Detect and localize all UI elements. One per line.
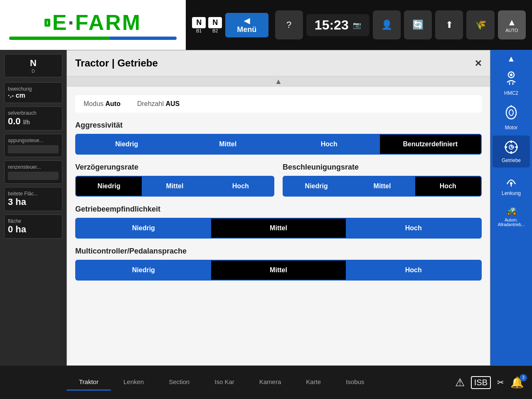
tab-kamera[interactable]: Kamera <box>247 374 294 391</box>
camera-icon: 📷 <box>353 21 361 29</box>
tab-traktor[interactable]: Traktor <box>66 374 111 391</box>
getriebeempfindlichkeit-title: Getriebeempfindlichkeit <box>75 205 482 214</box>
main-content: Tractor | Getriebe × ▲ Modus Auto Drehza… <box>66 50 532 366</box>
auto-button[interactable]: ▲ AUTO <box>498 10 526 39</box>
beschleunigung-title: Beschleunigungsrate <box>283 163 482 172</box>
gauge-button[interactable]: 🔄 <box>404 10 432 39</box>
tab-isobus[interactable]: Isobus <box>333 374 377 391</box>
svg-point-1 <box>510 74 512 76</box>
bottom-right-icons: ⚠ ISB ✂ 🔔 3 <box>455 376 532 389</box>
logo-bar <box>9 37 176 40</box>
allrad-icon: 🚜 <box>506 205 517 216</box>
navigation-icon: ▲ <box>507 17 516 28</box>
bottom-tabs: Traktor Lenken Section Iso Kar Kamera Ka… <box>66 374 377 391</box>
clock-time: 15:23 <box>315 17 349 33</box>
sidebar-appungssteue: appungssteue... <box>4 134 62 157</box>
field-icon: 🌾 <box>475 20 486 30</box>
aggressivitaet-group: Niedrig Mittel Hoch Benutzerdefiniert <box>75 134 482 155</box>
modus-row: Modus Auto Drehzahl AUS <box>75 95 482 113</box>
verzoegerung-hoch[interactable]: Hoch <box>208 177 273 196</box>
svg-rect-10 <box>510 151 512 154</box>
user-button[interactable]: 👤 <box>373 10 401 39</box>
getriebeempfindlichkeit-group: Niedrig Mittel Hoch <box>75 218 482 239</box>
aggressivitaet-mittel[interactable]: Mittel <box>177 135 279 154</box>
tab-section[interactable]: Section <box>156 374 202 391</box>
sidebar-flaeche2: fläche 0 ha <box>4 214 62 239</box>
tab-lenken[interactable]: Lenken <box>111 374 156 391</box>
tab-karte[interactable]: Karte <box>293 374 333 391</box>
dialog-title: Tractor | Getriebe <box>75 57 158 69</box>
multicontroller-mittel[interactable]: Mittel <box>211 261 346 280</box>
beschleunigung-hoch[interactable]: Hoch <box>415 177 481 196</box>
aggressivitaet-title: Aggressivität <box>75 121 482 130</box>
svg-rect-12 <box>515 146 518 148</box>
sidebar-abweichung: bweichung ·.- cm <box>4 82 62 103</box>
grid-up-button[interactable]: ⬆ <box>435 10 463 39</box>
verzoegerung-mittel[interactable]: Mittel <box>142 177 207 196</box>
svg-rect-11 <box>505 146 507 148</box>
sidebar-verbrauch: selverbrauch 0.0 l/h <box>4 106 62 131</box>
getriebeempfindlichkeit-hoch[interactable]: Hoch <box>346 219 481 238</box>
motor-icon <box>504 105 519 123</box>
notification-area[interactable]: 🔔 3 <box>510 376 524 389</box>
help-button[interactable]: ? <box>275 10 303 39</box>
multicontroller-title: Multicontroller/Pedalansprache <box>75 247 482 256</box>
n-badges: N B1 N B2 <box>192 17 222 33</box>
scroll-up-indicator: ▲ <box>67 76 490 87</box>
beschleunigung-niedrig[interactable]: Niedrig <box>283 177 349 196</box>
getriebe-icon <box>504 140 519 156</box>
top-bar: i E·FARM N B1 N B2 ◀ Menü ? 15:23 � <box>0 0 532 50</box>
scroll-up-arrow[interactable]: ▲ <box>505 52 517 66</box>
logo-area: i E·FARM <box>0 0 186 50</box>
right-sidebar: ▲ HMC2 Mo <box>490 50 532 366</box>
svg-rect-9 <box>510 140 512 143</box>
aggressivitaet-niedrig[interactable]: Niedrig <box>76 135 177 154</box>
getriebeempfindlichkeit-mittel[interactable]: Mittel <box>211 219 346 238</box>
chevron-up-icon: ▲ <box>275 77 282 86</box>
sidebar-grenzensteuer: renzensteuеr... <box>4 160 62 184</box>
nav-allrad[interactable]: 🚜 Autom. Allradantrieb... <box>493 201 530 231</box>
nav-hmc2[interactable]: HMC2 <box>493 66 530 100</box>
menu-button[interactable]: ◀ Menü <box>225 13 268 37</box>
n-b1: N B1 <box>192 17 206 33</box>
multicontroller-section: Multicontroller/Pedalansprache Niedrig M… <box>75 247 482 281</box>
top-icon-row: N B1 N B2 ◀ Menü ? 15:23 📷 👤 🔄 <box>186 10 532 39</box>
isb-icon: ISB <box>471 376 491 389</box>
question-icon: ? <box>286 20 291 30</box>
verzoegerung-niedrig[interactable]: Niedrig <box>76 177 142 196</box>
nav-motor[interactable]: Motor <box>493 101 530 135</box>
beschleunigung-mittel[interactable]: Mittel <box>349 177 415 196</box>
logo-text: E·FARM <box>52 10 141 35</box>
verzoegerung-title: Verzögerungsrate <box>75 163 274 172</box>
verzoegerung-section: Verzögerungsrate Niedrig Mittel Hoch <box>75 163 274 197</box>
user-icon: 👤 <box>381 20 392 30</box>
nav-lenkung[interactable]: Lenkung <box>493 168 530 200</box>
svg-point-5 <box>509 110 513 116</box>
field-button[interactable]: 🌾 <box>466 10 494 39</box>
dialog-body: Modus Auto Drehzahl AUS Aggressivität Ni… <box>67 87 490 365</box>
multicontroller-hoch[interactable]: Hoch <box>346 261 481 280</box>
aggressivitaet-benutzerdefiniert[interactable]: Benutzerdefiniert <box>380 135 481 154</box>
dialog: Tractor | Getriebe × ▲ Modus Auto Drehza… <box>66 50 490 366</box>
lenkung-label: Lenkung <box>502 190 521 196</box>
warning-icon: ⚠ <box>455 376 465 389</box>
hmc2-label: HMC2 <box>504 90 518 96</box>
svg-point-4 <box>506 106 516 119</box>
aggressivitaet-section: Aggressivität Niedrig Mittel Hoch Benutz… <box>75 121 482 155</box>
svg-marker-13 <box>513 146 515 148</box>
allrad-label: Autom. Allradantrieb... <box>495 218 528 227</box>
bottom-bar: Traktor Lenken Section Iso Kar Kamera Ka… <box>0 366 532 399</box>
close-button[interactable]: × <box>475 57 482 70</box>
verzoegerung-group: Niedrig Mittel Hoch <box>75 176 274 197</box>
multicontroller-niedrig[interactable]: Niedrig <box>76 261 211 280</box>
hmc2-icon <box>504 71 519 89</box>
tab-isokar[interactable]: Iso Kar <box>202 374 247 391</box>
time-display: 15:23 📷 <box>306 14 369 36</box>
sidebar-flaeche: beitete Fläc... 3 ha <box>4 187 62 211</box>
dialog-header: Tractor | Getriebe × <box>67 50 490 76</box>
getriebeempfindlichkeit-niedrig[interactable]: Niedrig <box>76 219 211 238</box>
n-b2: N B2 <box>208 17 222 33</box>
aggressivitaet-hoch[interactable]: Hoch <box>278 135 380 154</box>
nav-getriebe[interactable]: Getriebe <box>493 135 530 167</box>
rate-row: Verzögerungsrate Niedrig Mittel Hoch Bes… <box>75 163 482 205</box>
